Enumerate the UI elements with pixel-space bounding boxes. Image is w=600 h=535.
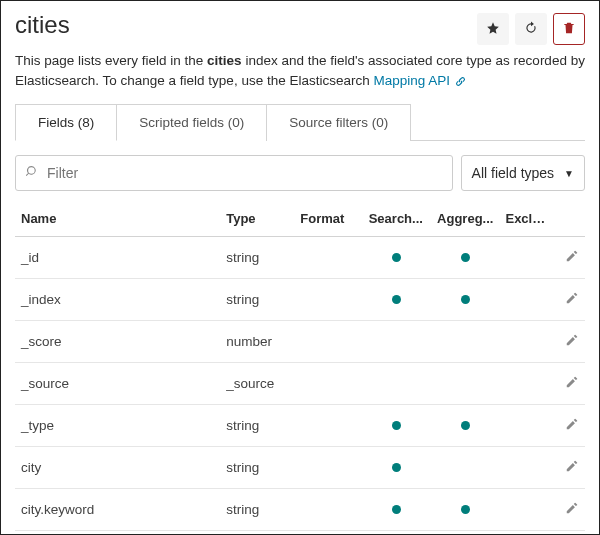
trash-icon (562, 21, 576, 38)
table-row: city.keywordstring (15, 489, 585, 531)
field-excluded (499, 405, 556, 447)
table-row: _typestring (15, 405, 585, 447)
edit-button[interactable] (565, 417, 579, 434)
field-aggregatable (431, 237, 499, 279)
table-row: _source_source (15, 363, 585, 405)
field-aggregatable (431, 279, 499, 321)
filter-input-wrap (15, 155, 453, 191)
edit-button[interactable] (565, 501, 579, 518)
field-searchable (363, 237, 431, 279)
field-aggregatable (431, 489, 499, 531)
refresh-icon (524, 21, 538, 38)
field-excluded (499, 363, 556, 405)
field-aggregatable (431, 447, 499, 489)
field-aggregatable (431, 405, 499, 447)
field-type: number (220, 321, 294, 363)
mapping-api-link[interactable]: Mapping API (373, 73, 450, 88)
chevron-down-icon: ▼ (564, 168, 574, 179)
delete-button[interactable] (553, 13, 585, 45)
field-format (294, 405, 362, 447)
dot-icon (392, 295, 401, 304)
field-type: string (220, 279, 294, 321)
page-title: cities (15, 11, 70, 39)
dot-icon (461, 421, 470, 430)
field-type-select[interactable]: All field types ▼ (461, 155, 585, 191)
tab-fields[interactable]: Fields (8) (15, 104, 117, 141)
field-name: _source (15, 363, 220, 405)
edit-button[interactable] (565, 333, 579, 350)
col-format[interactable]: Format (294, 203, 362, 237)
field-excluded (499, 489, 556, 531)
field-type: string (220, 489, 294, 531)
set-default-button[interactable] (477, 13, 509, 45)
table-row: _indexstring (15, 279, 585, 321)
pencil-icon (565, 459, 579, 476)
col-excluded[interactable]: Exclud... (499, 203, 556, 237)
fields-table: Name Type Format Search... Aggreg... Exc… (15, 203, 585, 535)
field-searchable (363, 321, 431, 363)
field-format (294, 279, 362, 321)
table-row: citystring (15, 447, 585, 489)
field-format (294, 237, 362, 279)
field-type: string (220, 405, 294, 447)
pencil-icon (565, 375, 579, 392)
field-format (294, 321, 362, 363)
field-type: geo_point (220, 531, 294, 535)
field-searchable (363, 489, 431, 531)
tab-source-filters[interactable]: Source filters (0) (267, 104, 411, 141)
col-type[interactable]: Type (220, 203, 294, 237)
edit-button[interactable] (565, 249, 579, 266)
field-excluded (499, 447, 556, 489)
desc-pre: This page lists every field in the (15, 53, 207, 68)
field-searchable (363, 447, 431, 489)
edit-button[interactable] (565, 375, 579, 392)
dot-icon (461, 505, 470, 514)
field-format (294, 363, 362, 405)
field-format (294, 531, 362, 535)
dot-icon (461, 253, 470, 262)
field-excluded (499, 321, 556, 363)
field-name: _type (15, 405, 220, 447)
field-format (294, 447, 362, 489)
col-searchable[interactable]: Search... (363, 203, 431, 237)
field-aggregatable (431, 531, 499, 535)
pencil-icon (565, 417, 579, 434)
field-type-select-label: All field types (472, 165, 554, 181)
pencil-icon (565, 249, 579, 266)
table-header-row: Name Type Format Search... Aggreg... Exc… (15, 203, 585, 237)
field-excluded (499, 531, 556, 535)
search-icon (26, 164, 47, 182)
field-type: string (220, 237, 294, 279)
col-aggregatable[interactable]: Aggreg... (431, 203, 499, 237)
field-name: _id (15, 237, 220, 279)
dot-icon (392, 253, 401, 262)
field-excluded (499, 237, 556, 279)
filter-input[interactable] (47, 165, 442, 181)
field-type: string (220, 447, 294, 489)
tabs: Fields (8) Scripted fields (0) Source fi… (15, 104, 585, 141)
star-icon (486, 21, 500, 38)
field-aggregatable (431, 321, 499, 363)
field-searchable (363, 531, 431, 535)
dot-icon (392, 505, 401, 514)
field-aggregatable (431, 363, 499, 405)
desc-index-name: cities (207, 53, 242, 68)
refresh-button[interactable] (515, 13, 547, 45)
col-name[interactable]: Name (15, 203, 220, 237)
tab-scripted-fields[interactable]: Scripted fields (0) (117, 104, 267, 141)
field-type: _source (220, 363, 294, 405)
link-icon (454, 75, 467, 88)
field-searchable (363, 279, 431, 321)
field-name: location (15, 531, 220, 535)
edit-button[interactable] (565, 291, 579, 308)
pencil-icon (565, 291, 579, 308)
description-text: This page lists every field in the citie… (15, 51, 585, 90)
field-name: city.keyword (15, 489, 220, 531)
header-actions (477, 13, 585, 45)
field-searchable (363, 363, 431, 405)
edit-button[interactable] (565, 459, 579, 476)
field-name: city (15, 447, 220, 489)
table-row: locationgeo_point (15, 531, 585, 535)
pencil-icon (565, 501, 579, 518)
dot-icon (392, 463, 401, 472)
